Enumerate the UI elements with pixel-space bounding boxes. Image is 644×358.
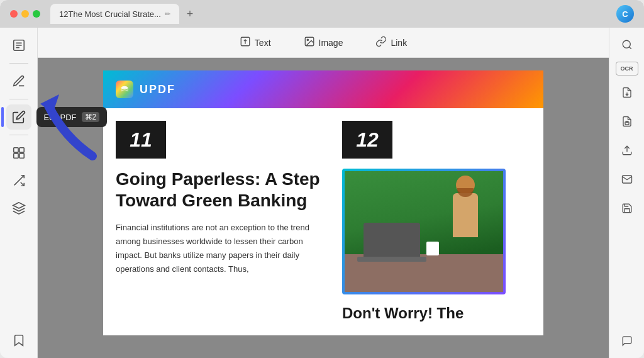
section-12-subheading: Don't Worry! The	[342, 305, 531, 323]
pdf-left-col: 11 Going Paperless: A Step Toward Green …	[116, 121, 342, 323]
svg-rect-6	[13, 154, 18, 158]
svg-rect-5	[19, 148, 23, 152]
upload-icon[interactable]	[615, 138, 639, 162]
pdf-page: UPDF 11 Going Paperless: A Step Toward G…	[103, 70, 543, 335]
section-11-heading: Going Paperless: A Step Toward Green Ban…	[116, 169, 330, 211]
edit-pdf-icon[interactable]	[6, 104, 31, 130]
ocr-label: OCR	[621, 65, 633, 72]
right-sidebar: OCR	[609, 28, 644, 358]
svg-rect-4	[13, 148, 18, 152]
svg-point-14	[623, 40, 630, 48]
image-tool[interactable]: Image	[297, 32, 350, 53]
save-icon[interactable]	[615, 196, 639, 220]
laptop-base	[357, 257, 426, 262]
coffee-cup	[426, 242, 439, 255]
svg-marker-10	[13, 203, 24, 208]
link-tool-label: Link	[391, 38, 407, 48]
close-button[interactable]	[10, 10, 18, 18]
sidebar-divider-2	[9, 99, 28, 99]
maximize-button[interactable]	[33, 10, 40, 18]
text-tool[interactable]: Text	[233, 32, 277, 53]
sidebar-bottom	[6, 328, 31, 353]
person-silhouette	[443, 176, 487, 257]
main-area: Text Image	[38, 28, 609, 358]
text-tool-icon	[240, 36, 251, 50]
pdf-content[interactable]: UPDF 11 Going Paperless: A Step Toward G…	[38, 58, 609, 358]
section-12-number: 12	[342, 121, 392, 159]
link-tool-icon	[375, 36, 387, 50]
svg-line-9	[20, 182, 24, 186]
tab-title: 12The Most Crucial Strate...	[59, 9, 161, 19]
email-icon[interactable]	[615, 167, 639, 191]
reader-mode-icon[interactable]	[6, 33, 31, 58]
ocr-button[interactable]: OCR	[616, 62, 638, 76]
top-toolbar: Text Image	[38, 28, 609, 58]
app-body: Edit PDF ⌘2	[0, 28, 644, 358]
titlebar-right: C	[616, 5, 634, 23]
svg-line-15	[629, 47, 631, 48]
section-11-body: Financial institutions are not an except…	[116, 221, 330, 276]
titlebar: 12The Most Crucial Strate... ✏ + C	[0, 0, 644, 28]
laptop-screen	[364, 223, 420, 257]
right-sidebar-bottom	[615, 329, 639, 353]
pdf-banner: UPDF	[103, 70, 543, 108]
tooltip-label: Edit PDF	[44, 113, 77, 122]
sidebar-divider-3	[9, 135, 28, 135]
chat-icon[interactable]	[615, 329, 639, 353]
tab-edit-icon: ✏	[165, 10, 170, 18]
updf-logo	[116, 81, 133, 98]
text-tool-label: Text	[255, 38, 271, 48]
image-tool-label: Image	[319, 38, 343, 48]
import-file-icon[interactable]	[615, 81, 639, 104]
minimize-button[interactable]	[21, 10, 29, 18]
new-tab-button[interactable]: +	[184, 8, 196, 21]
pdf-two-col: 11 Going Paperless: A Step Toward Green …	[103, 108, 543, 335]
annotate-icon[interactable]	[6, 69, 31, 94]
tooltip-shortcut: ⌘2	[82, 112, 100, 122]
pdf-image	[342, 169, 506, 294]
tab-area: 12The Most Crucial Strate... ✏ +	[50, 4, 196, 24]
active-indicator	[1, 107, 4, 127]
updf-brand-text: UPDF	[140, 83, 175, 96]
user-avatar[interactable]: C	[616, 5, 634, 23]
active-tab[interactable]: 12The Most Crucial Strate... ✏	[50, 4, 179, 24]
pdf-image-inner	[345, 171, 503, 292]
layers-icon[interactable]	[6, 196, 31, 221]
link-tool[interactable]: Link	[369, 32, 413, 53]
pdf-right-col: 12	[342, 121, 531, 323]
sidebar-divider-1	[9, 63, 28, 64]
svg-rect-7	[19, 154, 23, 158]
image-tool-icon	[304, 36, 315, 50]
edit-pdf-container: Edit PDF ⌘2	[6, 104, 31, 130]
organize-pages-icon[interactable]	[6, 140, 31, 165]
convert-icon[interactable]	[6, 168, 31, 193]
left-sidebar: Edit PDF ⌘2	[0, 28, 38, 358]
search-icon-btn[interactable]	[615, 33, 639, 57]
edit-pdf-tooltip: Edit PDF ⌘2	[36, 107, 108, 127]
svg-point-13	[307, 39, 308, 40]
protect-icon[interactable]	[615, 109, 639, 133]
section-11-number: 11	[116, 121, 166, 159]
bookmark-icon[interactable]	[6, 328, 31, 353]
person-body	[453, 193, 478, 237]
traffic-lights	[10, 10, 40, 18]
